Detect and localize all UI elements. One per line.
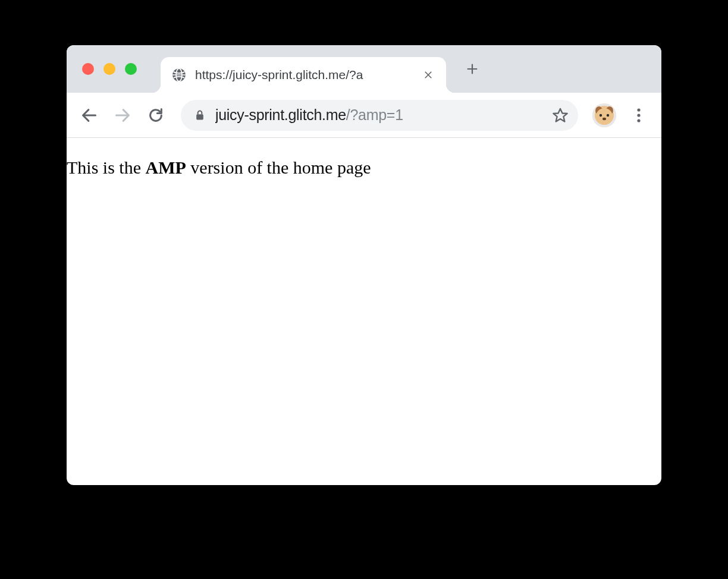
arrow-right-icon — [114, 107, 131, 124]
plus-icon — [466, 62, 479, 75]
reload-button[interactable] — [142, 101, 170, 130]
tab-title: https://juicy-sprint.glitch.me/?a — [195, 68, 413, 82]
close-tab-button[interactable] — [421, 68, 435, 82]
window-controls — [67, 63, 137, 75]
content-text: This is the AMP version of the home page — [67, 156, 661, 179]
close-window-button[interactable] — [82, 63, 94, 75]
forward-button[interactable] — [108, 101, 137, 130]
url-text: juicy-sprint.glitch.me/?amp=1 — [215, 106, 538, 124]
svg-point-21 — [637, 114, 640, 117]
url-host: juicy-sprint.glitch.me — [215, 106, 346, 123]
globe-icon — [171, 67, 187, 83]
svg-rect-10 — [196, 114, 203, 119]
svg-point-22 — [637, 119, 640, 122]
close-icon — [423, 70, 434, 80]
svg-point-17 — [600, 114, 602, 116]
browser-window: https://juicy-sprint.glitch.me/?a — [67, 45, 661, 485]
tab-bar: https://juicy-sprint.glitch.me/?a — [67, 45, 661, 93]
back-button[interactable] — [75, 101, 103, 130]
url-query: /?amp=1 — [346, 106, 403, 123]
page-content: This is the AMP version of the home page — [67, 138, 661, 179]
svg-point-16 — [596, 108, 613, 125]
profile-avatar[interactable] — [592, 103, 616, 127]
svg-point-18 — [607, 114, 609, 116]
star-icon — [552, 107, 569, 124]
arrow-left-icon — [81, 107, 98, 124]
new-tab-button[interactable] — [460, 57, 484, 81]
menu-button[interactable] — [625, 101, 653, 130]
minimize-window-button[interactable] — [103, 63, 115, 75]
bookmark-button[interactable] — [547, 102, 573, 128]
lock-icon — [194, 109, 206, 121]
maximize-window-button[interactable] — [125, 63, 137, 75]
browser-tab[interactable]: https://juicy-sprint.glitch.me/?a — [161, 57, 446, 93]
avatar-icon — [592, 103, 616, 127]
svg-point-19 — [603, 117, 606, 119]
toolbar: juicy-sprint.glitch.me/?amp=1 — [67, 93, 661, 138]
svg-point-20 — [637, 108, 640, 111]
reload-icon — [148, 107, 164, 124]
more-vertical-icon — [637, 108, 641, 122]
address-bar[interactable]: juicy-sprint.glitch.me/?amp=1 — [181, 100, 578, 131]
svg-marker-11 — [553, 108, 567, 121]
